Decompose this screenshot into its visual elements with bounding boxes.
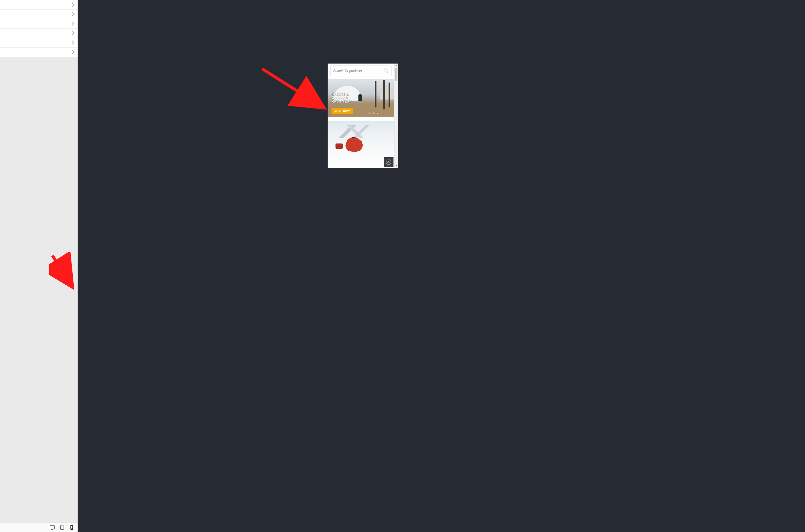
chevron-up-circle-icon	[386, 159, 391, 165]
hero-headline-line: SPORTS &	[331, 92, 391, 96]
chevron-right-icon	[70, 12, 74, 16]
customizer-sidebar	[0, 0, 78, 532]
slider-dot[interactable]	[372, 112, 375, 114]
hero-headline: SPORTS & OUTDOOR RASH VEST	[331, 92, 391, 104]
scrollbar-down-icon[interactable]: ▾	[396, 164, 397, 168]
hero-headline-line: OUTDOOR	[331, 96, 391, 100]
device-preview-bar	[0, 522, 78, 532]
preview-scrollbar[interactable]: ▴ ▾	[394, 63, 398, 168]
hero-headline-line: RASH VEST	[331, 100, 391, 103]
promo-bg-mountains	[328, 125, 394, 138]
chevron-right-icon	[70, 2, 74, 7]
chevron-right-icon	[70, 40, 74, 45]
sidebar-section[interactable]	[0, 19, 78, 28]
slider-dots	[369, 112, 379, 114]
preview-canvas	[78, 0, 805, 532]
mobile-preview-content: SPORTS & OUTDOOR RASH VEST SHOP NOW	[328, 63, 394, 167]
device-desktop-button[interactable]	[50, 525, 55, 530]
hero-slider: SPORTS & OUTDOOR RASH VEST SHOP NOW	[328, 79, 394, 117]
desktop-icon	[50, 526, 55, 529]
sidebar-section[interactable]	[0, 28, 78, 38]
device-tablet-button[interactable]	[59, 525, 64, 530]
chevron-right-icon	[70, 31, 74, 35]
sidebar-section[interactable]	[0, 10, 78, 19]
sidebar-accordion	[0, 0, 78, 57]
product-search-input[interactable]	[331, 69, 384, 73]
promo-bg-hiker	[345, 137, 363, 152]
scrollbar-thumb[interactable]	[395, 68, 398, 81]
chevron-right-icon	[70, 21, 74, 26]
promo-bg-pack	[336, 144, 343, 149]
chevron-right-icon	[70, 50, 74, 54]
sidebar-section[interactable]	[0, 48, 78, 57]
scrollbar-up-icon[interactable]: ▴	[396, 63, 397, 68]
scroll-to-top-button[interactable]	[384, 157, 394, 167]
sidebar-section[interactable]	[0, 0, 78, 10]
mobile-icon	[71, 525, 73, 530]
mobile-preview-frame: SPORTS & OUTDOOR RASH VEST SHOP NOW	[328, 63, 398, 168]
slider-dot[interactable]	[369, 112, 370, 114]
sidebar-empty-area	[0, 57, 78, 522]
product-search[interactable]	[330, 65, 391, 76]
tablet-icon	[60, 525, 64, 530]
device-mobile-button[interactable]	[69, 525, 74, 530]
shop-now-button[interactable]: SHOP NOW	[331, 108, 353, 114]
search-icon[interactable]	[384, 69, 388, 73]
mobile-preview-viewport: SPORTS & OUTDOOR RASH VEST SHOP NOW	[328, 63, 398, 168]
sidebar-section[interactable]	[0, 38, 78, 48]
slider-dot-active[interactable]	[377, 112, 379, 114]
